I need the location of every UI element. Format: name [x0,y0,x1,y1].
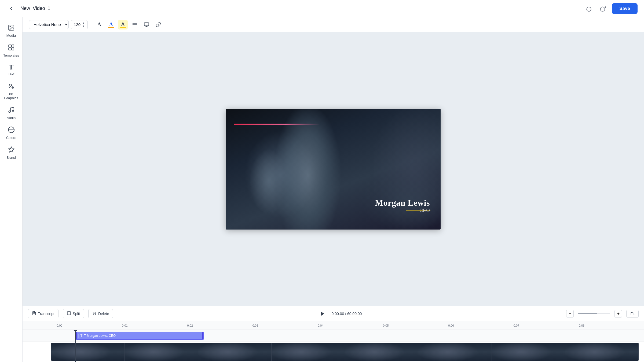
templates-icon [8,44,15,52]
overlay-title: CEO [375,208,430,213]
svg-rect-5 [12,48,14,50]
header: New_Video_1 Save [0,0,644,17]
zoom-track [578,313,597,314]
text-label: Text [8,72,14,76]
neon-accent [234,124,320,125]
toolbar-divider-1 [91,21,91,28]
clip-t-icon: T [80,334,82,338]
templates-label: Templates [3,53,19,57]
timeline-ruler: 0:00 0:01 0:02 0:03 0:04 0:05 0:06 0:07 … [23,321,644,330]
link-button[interactable] [153,20,163,29]
back-button[interactable] [6,4,16,13]
sidebar-item-audio[interactable]: Audio [1,104,21,123]
ruler-marks: 0:00 0:01 0:02 0:03 0:04 0:05 0:06 0:07 … [28,324,644,327]
video-thumb-5 [345,343,419,361]
audio-label: Audio [7,116,16,120]
ruler-5: 0:05 [383,324,448,327]
highlight-button[interactable]: A [118,20,128,29]
text-style-button[interactable]: A [94,20,104,29]
svg-marker-22 [321,311,324,316]
align-button[interactable] [130,20,140,29]
redo-button[interactable] [598,4,608,13]
zoom-slider[interactable] [578,313,610,314]
transcript-icon [32,311,36,316]
clip-handle-right[interactable] [202,332,203,339]
sidebar-item-templates[interactable]: Templates [1,41,21,60]
overlay-name: Morgan Lewis [375,198,430,208]
delete-label: Delete [98,312,109,316]
time-display: 0:00.00 / 60:00.00 [332,312,362,316]
timeline-controls: Transcript Split Delete 0:00.00 / 60:00.… [23,306,644,321]
main-area: Helvetica Neue 120 ▲ ▼ A A A [23,17,644,362]
text-icon: T [9,64,13,71]
video-thumb-6 [418,343,492,361]
svg-point-8 [9,111,10,113]
fit-button[interactable]: Fit [626,310,639,318]
bottom-panel: Transcript Split Delete 0:00.00 / 60:00.… [23,306,644,362]
person-highlight [242,130,328,219]
font-size-arrows: ▲ ▼ [82,21,85,28]
text-fill-button[interactable]: A [106,20,116,29]
clip-type-icon: | [78,334,79,338]
sidebar-item-graphics[interactable]: 88 Graphics [1,80,21,103]
text-clip[interactable]: | T T Morgan Lewis, CEO [75,332,204,340]
sidebar: Media Templates T Text 88 Graphics Audio… [0,17,23,362]
svg-point-1 [10,26,10,27]
ruler-4: 0:04 [318,324,383,327]
video-thumb-1 [51,343,125,361]
video-track: 🔊 [23,342,644,362]
ruler-1: 0:01 [122,324,187,327]
zoom-out-button[interactable]: − [566,310,574,317]
brand-label: Brand [6,156,16,160]
ruler-3: 0:03 [253,324,318,327]
ruler-8: 0:08 [579,324,644,327]
video-thumb-8 [565,343,639,361]
video-thumb-4 [272,343,345,361]
transcript-label: Transcript [38,312,54,316]
font-size-down[interactable]: ▼ [82,25,85,28]
delete-button[interactable]: Delete [88,309,113,318]
media-label: Media [6,34,16,38]
svg-rect-15 [144,23,149,26]
audio-icon [8,106,15,114]
sidebar-item-brand[interactable]: Brand [1,143,21,162]
timeline-tracks: | T T Morgan Lewis, CEO 🔊 [23,330,644,362]
svg-rect-2 [9,45,11,47]
undo-button[interactable] [584,4,594,13]
font-size-box: 120 ▲ ▼ [71,20,88,29]
media-icon [8,24,15,32]
graphics-icon [8,83,15,91]
font-family-select[interactable]: Helvetica Neue [29,20,69,29]
font-size-up[interactable]: ▲ [82,21,85,25]
text-toolbar: Helvetica Neue 120 ▲ ▼ A A A [23,17,644,32]
svg-point-9 [12,110,14,112]
split-button[interactable]: Split [63,309,84,318]
video-thumb-3 [198,343,272,361]
video-canvas[interactable]: Morgan Lewis CEO [226,109,441,230]
svg-rect-4 [9,48,11,50]
text-track: | T T Morgan Lewis, CEO [23,330,644,342]
playhead[interactable] [75,330,76,362]
sidebar-item-colors[interactable]: Colors [1,124,21,142]
split-icon [67,311,71,316]
clip-handle-left[interactable] [76,332,77,339]
graphics-label: 88 Graphics [2,92,20,100]
display-button[interactable] [142,20,151,29]
svg-marker-11 [8,147,14,152]
play-button[interactable] [318,309,327,319]
split-label: Split [73,312,80,316]
sidebar-item-media[interactable]: Media [1,21,21,40]
project-title: New_Video_1 [20,6,580,11]
zoom-in-button[interactable]: + [614,310,622,317]
video-thumb-2 [125,343,198,361]
font-size-value: 120 [74,22,80,27]
delete-icon [92,311,97,316]
transcript-button[interactable]: Transcript [28,309,58,318]
sidebar-item-text[interactable]: T Text [1,61,21,79]
video-thumb-7 [492,343,565,361]
ruler-6: 0:06 [448,324,513,327]
colors-label: Colors [6,136,16,140]
brand-icon [8,146,15,154]
save-button[interactable]: Save [612,3,638,14]
colors-icon [8,126,15,134]
